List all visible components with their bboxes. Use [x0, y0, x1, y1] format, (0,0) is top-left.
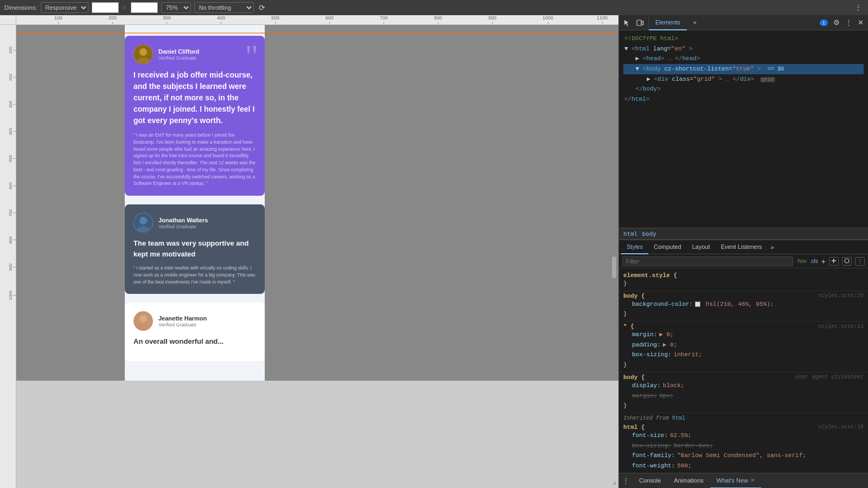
- devtools-toolbar: Dimensions: Responsive 344 × 1017 75% No…: [0, 0, 868, 15]
- tab-styles[interactable]: Styles: [621, 240, 648, 254]
- toggle-element-state-btn[interactable]: [842, 257, 852, 266]
- css-prop-display: display:: [623, 381, 661, 391]
- breadcrumb-bar: html body: [619, 228, 868, 240]
- add-style-btn[interactable]: +: [821, 257, 826, 266]
- filter-input[interactable]: [622, 256, 793, 266]
- svg-point-7: [139, 315, 147, 323]
- css-prop-font-weight: font-weight:: [623, 461, 675, 471]
- html-tree-area[interactable]: <!DOCTYPE html> ▼ <html lang="en" > ▶ <h…: [619, 30, 868, 228]
- tree-html-open: ▼ <html lang="en" >: [623, 44, 864, 54]
- filter-pseudo[interactable]: :hov: [796, 258, 807, 264]
- svg-rect-9: [637, 20, 641, 25]
- css-rule-html: html { styles.scss:19 font-size: 62.5%; …: [619, 422, 868, 473]
- testimonial-card-light: Jeanette Harmon Verified Graduate An ove…: [125, 303, 265, 361]
- inherited-from-html-label: Inherited from html: [619, 413, 868, 422]
- breadcrumb-html[interactable]: html: [623, 230, 638, 237]
- css-prop-font-size: font-size:: [623, 431, 668, 441]
- card3-header: Jeanette Harmon Verified Graduate: [133, 311, 256, 331]
- filter-bar: :hov .cls + ⋮: [619, 254, 868, 268]
- card3-name: Jeanette Harmon: [158, 314, 207, 322]
- div-expand-arrow[interactable]: ▶: [647, 76, 650, 82]
- more-devtools-btn[interactable]: ⋮: [843, 16, 854, 29]
- tab-elements[interactable]: Elements: [649, 15, 687, 30]
- simulated-page: " Daniel Cliffo: [125, 25, 265, 381]
- page-wrapper: " Daniel Cliffo: [16, 25, 618, 381]
- scrollbar-thumb[interactable]: [612, 256, 616, 278]
- highlight-line: [16, 33, 618, 34]
- card3-info: Jeanette Harmon Verified Graduate: [158, 314, 207, 328]
- body-expand-arrow[interactable]: ▼: [636, 66, 640, 72]
- tab-more-styles[interactable]: »: [768, 244, 777, 251]
- more-options-icon[interactable]: ⋮: [853, 2, 864, 13]
- width-input[interactable]: 344: [92, 2, 119, 13]
- svg-point-13: [845, 259, 849, 263]
- devtools-topbar: Elements » 1 ⚙ ⋮ ✕: [619, 15, 868, 30]
- card2-subtitle: Verified Graduate: [158, 224, 208, 229]
- device-toolbar-btn[interactable]: [634, 16, 646, 29]
- css-prop-margin-ua: margin:: [623, 391, 657, 401]
- tab-layout[interactable]: Layout: [687, 240, 716, 254]
- card2-main-quote: The team was very supportive and kept me…: [133, 238, 256, 259]
- card1-name: Daniel Clifford: [158, 48, 199, 55]
- inspect-element-btn[interactable]: [621, 16, 633, 29]
- filter-cls[interactable]: .cls: [810, 258, 818, 264]
- css-rule-body-bg: body { styles.scss:25 background-color: …: [619, 291, 868, 322]
- bottom-panel: ⋮ Console Animations What's New ✕: [619, 473, 868, 488]
- tab-more[interactable]: »: [687, 15, 703, 30]
- tree-html-close: </html>: [623, 94, 864, 105]
- card1-body: " I was an EMT for many years before I j…: [133, 132, 256, 187]
- main-area: 100 200 300 400 500 600 700 800 900 1000…: [0, 15, 868, 488]
- selector-star: * {: [623, 323, 634, 330]
- card1-avatar: [133, 44, 153, 64]
- horizontal-ruler: 100 200 300 400 500 600 700 800 900 1000…: [16, 15, 618, 25]
- page-content[interactable]: " Daniel Cliffo: [16, 25, 618, 488]
- tree-body-close: </body>: [623, 84, 864, 94]
- tree-head: ▶ <head> … </head>: [623, 54, 864, 64]
- html-expand-arrow[interactable]: ▼: [624, 46, 628, 52]
- source-body-1: styles.scss:25: [818, 293, 864, 299]
- height-input[interactable]: 1017: [131, 2, 158, 13]
- card2-header: Jonathan Walters Verified Graduate: [133, 213, 256, 233]
- grid-badge: grid: [760, 77, 775, 82]
- tree-div-grid: ▶ <div class="grid" > … </div> grid: [623, 74, 864, 85]
- devtools-panel: Elements » 1 ⚙ ⋮ ✕ <!DOCTYPE html> ▼ <ht…: [618, 15, 868, 488]
- card2-body: " I started as a total newbie with virtu…: [133, 265, 256, 285]
- card3-avatar: [133, 311, 153, 331]
- resize-handle[interactable]: ⊿: [612, 480, 616, 486]
- throttle-select[interactable]: No throttling: [194, 2, 254, 13]
- selector-html: html {: [623, 424, 645, 431]
- tab-whats-new[interactable]: What's New ✕: [710, 473, 761, 489]
- new-style-rule-btn[interactable]: [829, 257, 839, 266]
- css-close-brace-1: }: [623, 279, 864, 289]
- css-close-brace-4: }: [623, 401, 864, 411]
- color-swatch-bg[interactable]: [695, 301, 700, 307]
- rotate-icon[interactable]: ⟳: [257, 2, 267, 13]
- whats-new-close-icon[interactable]: ✕: [750, 477, 755, 483]
- card1-info: Daniel Clifford Verified Graduate: [158, 48, 199, 61]
- source-body-ua: user agent stylesheet: [795, 374, 864, 380]
- svg-rect-12: [833, 259, 834, 263]
- tab-console[interactable]: Console: [633, 473, 667, 489]
- tab-event-listeners[interactable]: Event Listeners: [716, 240, 768, 254]
- bottom-more-btn[interactable]: ⋮: [619, 474, 633, 487]
- dimensions-select[interactable]: Responsive: [41, 2, 88, 13]
- css-rules-area[interactable]: element.style { } body { styles.scss:25 …: [619, 268, 868, 473]
- tree-body[interactable]: ▼ <body cz-shortcut-listen="true" > == $…: [623, 64, 864, 74]
- testimonial-card-dark: Jonathan Walters Verified Graduate The t…: [125, 204, 265, 294]
- page-inner: " Daniel Cliffo: [125, 25, 265, 381]
- head-expand-arrow[interactable]: ▶: [636, 55, 640, 62]
- zoom-select[interactable]: 75%: [161, 2, 191, 13]
- more-style-options-btn[interactable]: ⋮: [855, 257, 865, 266]
- tab-computed[interactable]: Computed: [648, 240, 687, 254]
- css-box-sizing-html-line: box-sizing: border-box;: [623, 441, 864, 451]
- close-devtools-btn[interactable]: ✕: [856, 16, 866, 29]
- css-rule-element-style: element.style { }: [619, 271, 868, 291]
- css-prop-bg-color: background-color:: [623, 299, 693, 310]
- tab-animations[interactable]: Animations: [667, 473, 710, 489]
- selector-element-style: element.style {: [623, 272, 677, 279]
- settings-btn[interactable]: ⚙: [831, 16, 842, 29]
- css-prop-padding: padding:: [623, 340, 661, 350]
- css-prop-box-sizing-html: box-sizing:: [623, 441, 672, 451]
- breadcrumb-body[interactable]: body: [642, 230, 657, 237]
- css-prop-font-family: font-family:: [623, 451, 675, 461]
